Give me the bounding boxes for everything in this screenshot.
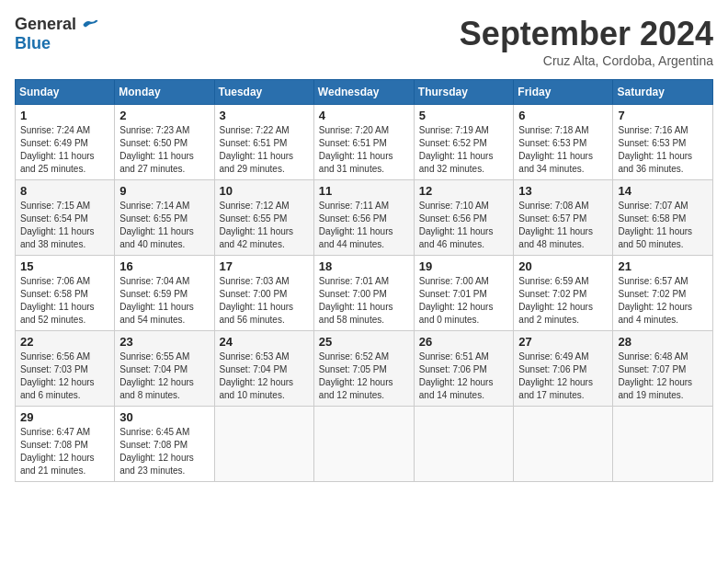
- calendar-cell: 11Sunrise: 7:11 AMSunset: 6:56 PMDayligh…: [313, 180, 414, 256]
- page-header: General Blue September 2024 Cruz Alta, C…: [15, 15, 713, 68]
- calendar-week-row: 22Sunrise: 6:56 AMSunset: 7:03 PMDayligh…: [16, 331, 713, 407]
- day-number: 1: [20, 109, 109, 122]
- day-info: Sunrise: 7:06 AMSunset: 6:58 PMDaylight:…: [20, 276, 95, 325]
- day-info: Sunrise: 6:52 AMSunset: 7:05 PMDaylight:…: [319, 351, 393, 400]
- calendar-cell: [613, 407, 713, 482]
- day-number: 17: [220, 259, 309, 273]
- logo-bird-icon: [80, 16, 98, 34]
- day-number: 23: [119, 335, 209, 349]
- logo-blue-text: Blue: [15, 34, 51, 53]
- day-number: 4: [319, 109, 409, 122]
- calendar-cell: [414, 407, 514, 482]
- calendar-cell: 30Sunrise: 6:45 AMSunset: 7:08 PMDayligh…: [115, 407, 214, 482]
- day-info: Sunrise: 6:55 AMSunset: 7:04 PMDaylight:…: [119, 351, 194, 400]
- day-info: Sunrise: 7:16 AMSunset: 6:53 PMDaylight:…: [618, 125, 692, 174]
- day-number: 15: [20, 259, 109, 273]
- day-number: 18: [319, 259, 409, 273]
- calendar-cell: 24Sunrise: 6:53 AMSunset: 7:04 PMDayligh…: [214, 331, 313, 407]
- calendar-cell: 4Sunrise: 7:20 AMSunset: 6:51 PMDaylight…: [313, 105, 414, 180]
- title-section: September 2024 Cruz Alta, Cordoba, Argen…: [460, 15, 713, 68]
- day-info: Sunrise: 7:19 AMSunset: 6:52 PMDaylight:…: [419, 125, 494, 174]
- day-info: Sunrise: 7:03 AMSunset: 7:00 PMDaylight:…: [220, 276, 294, 325]
- day-info: Sunrise: 7:04 AMSunset: 6:59 PMDaylight:…: [119, 276, 194, 325]
- calendar-cell: 6Sunrise: 7:18 AMSunset: 6:53 PMDaylight…: [514, 105, 613, 180]
- calendar-cell: 3Sunrise: 7:22 AMSunset: 6:51 PMDaylight…: [214, 105, 313, 180]
- day-number: 19: [419, 259, 509, 273]
- calendar-cell: 21Sunrise: 6:57 AMSunset: 7:02 PMDayligh…: [613, 256, 713, 331]
- day-info: Sunrise: 7:11 AMSunset: 6:56 PMDaylight:…: [319, 201, 393, 249]
- calendar-cell: 16Sunrise: 7:04 AMSunset: 6:59 PMDayligh…: [115, 256, 214, 331]
- day-info: Sunrise: 6:45 AMSunset: 7:08 PMDaylight:…: [119, 427, 194, 476]
- calendar-cell: 23Sunrise: 6:55 AMSunset: 7:04 PMDayligh…: [115, 331, 214, 407]
- calendar-cell: 20Sunrise: 6:59 AMSunset: 7:02 PMDayligh…: [514, 256, 613, 331]
- month-title: September 2024: [460, 15, 713, 53]
- day-info: Sunrise: 6:57 AMSunset: 7:02 PMDaylight:…: [618, 276, 692, 325]
- calendar-cell: 13Sunrise: 7:08 AMSunset: 6:57 PMDayligh…: [514, 180, 613, 256]
- calendar-cell: 17Sunrise: 7:03 AMSunset: 7:00 PMDayligh…: [214, 256, 313, 331]
- day-number: 27: [518, 335, 608, 349]
- calendar-cell: 10Sunrise: 7:12 AMSunset: 6:55 PMDayligh…: [214, 180, 313, 256]
- day-info: Sunrise: 7:12 AMSunset: 6:55 PMDaylight:…: [220, 201, 294, 249]
- calendar-cell: 26Sunrise: 6:51 AMSunset: 7:06 PMDayligh…: [414, 331, 514, 407]
- day-number: 21: [618, 259, 708, 273]
- calendar-header-wednesday: Wednesday: [313, 80, 414, 105]
- day-number: 25: [319, 335, 409, 349]
- calendar-header-saturday: Saturday: [613, 80, 713, 105]
- calendar-cell: 29Sunrise: 6:47 AMSunset: 7:08 PMDayligh…: [16, 407, 115, 482]
- day-number: 13: [518, 184, 608, 198]
- day-number: 6: [518, 109, 608, 122]
- day-number: 9: [119, 184, 209, 198]
- calendar-week-row: 29Sunrise: 6:47 AMSunset: 7:08 PMDayligh…: [16, 407, 713, 482]
- day-info: Sunrise: 6:56 AMSunset: 7:03 PMDaylight:…: [20, 351, 95, 400]
- day-info: Sunrise: 6:48 AMSunset: 7:07 PMDaylight:…: [618, 351, 692, 400]
- calendar-cell: 27Sunrise: 6:49 AMSunset: 7:06 PMDayligh…: [514, 331, 613, 407]
- calendar-cell: 8Sunrise: 7:15 AMSunset: 6:54 PMDaylight…: [16, 180, 115, 256]
- calendar-cell: 15Sunrise: 7:06 AMSunset: 6:58 PMDayligh…: [16, 256, 115, 331]
- calendar-header-monday: Monday: [115, 80, 214, 105]
- day-number: 2: [119, 109, 209, 122]
- calendar-cell: 19Sunrise: 7:00 AMSunset: 7:01 PMDayligh…: [414, 256, 514, 331]
- day-info: Sunrise: 6:53 AMSunset: 7:04 PMDaylight:…: [220, 351, 294, 400]
- day-number: 26: [419, 335, 509, 349]
- day-number: 20: [518, 259, 608, 273]
- calendar-header-sunday: Sunday: [16, 80, 115, 105]
- calendar-week-row: 8Sunrise: 7:15 AMSunset: 6:54 PMDaylight…: [16, 180, 713, 256]
- logo-general-text: General: [15, 15, 76, 34]
- day-info: Sunrise: 7:07 AMSunset: 6:58 PMDaylight:…: [618, 201, 692, 249]
- day-info: Sunrise: 7:00 AMSunset: 7:01 PMDaylight:…: [419, 276, 494, 325]
- day-info: Sunrise: 7:20 AMSunset: 6:51 PMDaylight:…: [319, 125, 393, 174]
- day-number: 30: [119, 410, 209, 424]
- calendar-cell: 12Sunrise: 7:10 AMSunset: 6:56 PMDayligh…: [414, 180, 514, 256]
- day-number: 24: [220, 335, 309, 349]
- day-info: Sunrise: 7:18 AMSunset: 6:53 PMDaylight:…: [518, 125, 593, 174]
- day-info: Sunrise: 7:14 AMSunset: 6:55 PMDaylight:…: [119, 201, 194, 249]
- calendar-cell: 25Sunrise: 6:52 AMSunset: 7:05 PMDayligh…: [313, 331, 414, 407]
- day-info: Sunrise: 7:08 AMSunset: 6:57 PMDaylight:…: [518, 201, 593, 249]
- day-number: 5: [419, 109, 509, 122]
- day-number: 22: [20, 335, 109, 349]
- calendar-cell: 5Sunrise: 7:19 AMSunset: 6:52 PMDaylight…: [414, 105, 514, 180]
- day-number: 10: [220, 184, 309, 198]
- day-number: 8: [20, 184, 109, 198]
- day-info: Sunrise: 7:24 AMSunset: 6:49 PMDaylight:…: [20, 125, 95, 174]
- day-info: Sunrise: 7:15 AMSunset: 6:54 PMDaylight:…: [20, 201, 95, 249]
- day-number: 12: [419, 184, 509, 198]
- calendar-cell: 2Sunrise: 7:23 AMSunset: 6:50 PMDaylight…: [115, 105, 214, 180]
- day-number: 11: [319, 184, 409, 198]
- location-text: Cruz Alta, Cordoba, Argentina: [460, 53, 713, 68]
- day-info: Sunrise: 7:22 AMSunset: 6:51 PMDaylight:…: [220, 125, 294, 174]
- calendar-cell: 7Sunrise: 7:16 AMSunset: 6:53 PMDaylight…: [613, 105, 713, 180]
- day-info: Sunrise: 6:59 AMSunset: 7:02 PMDaylight:…: [518, 276, 593, 325]
- day-info: Sunrise: 7:23 AMSunset: 6:50 PMDaylight:…: [119, 125, 194, 174]
- calendar-cell: 18Sunrise: 7:01 AMSunset: 7:00 PMDayligh…: [313, 256, 414, 331]
- day-info: Sunrise: 7:10 AMSunset: 6:56 PMDaylight:…: [419, 201, 494, 249]
- day-info: Sunrise: 6:49 AMSunset: 7:06 PMDaylight:…: [518, 351, 593, 400]
- calendar-header-row: SundayMondayTuesdayWednesdayThursdayFrid…: [16, 80, 713, 105]
- day-number: 7: [618, 109, 708, 122]
- calendar-cell: 1Sunrise: 7:24 AMSunset: 6:49 PMDaylight…: [16, 105, 115, 180]
- day-info: Sunrise: 6:51 AMSunset: 7:06 PMDaylight:…: [419, 351, 494, 400]
- logo: General Blue: [15, 15, 98, 53]
- calendar-cell: 14Sunrise: 7:07 AMSunset: 6:58 PMDayligh…: [613, 180, 713, 256]
- day-number: 14: [618, 184, 708, 198]
- day-number: 29: [20, 410, 109, 424]
